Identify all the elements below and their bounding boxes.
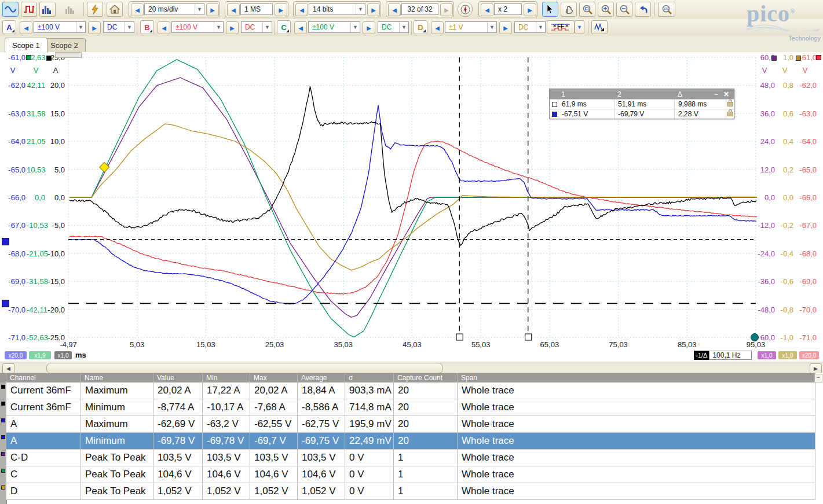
table-cell[interactable]: 1 xyxy=(394,450,458,466)
table-cell[interactable]: Minimum xyxy=(81,399,153,416)
col-header-min[interactable]: Min xyxy=(203,373,250,382)
channel-c-range-select[interactable]: ±100 V▼ xyxy=(308,21,360,33)
home-button[interactable] xyxy=(107,2,123,17)
channel-c-marker[interactable] xyxy=(26,55,31,60)
table-cell[interactable]: 195,9 mV xyxy=(345,416,394,433)
table-cell[interactable]: -63,2 V xyxy=(203,416,250,433)
col-header-span[interactable]: Span xyxy=(458,373,815,382)
tab-scope-2[interactable]: Scope 2 xyxy=(43,38,86,52)
table-cell[interactable]: 20 xyxy=(394,399,458,416)
table-cell[interactable]: D xyxy=(6,483,81,500)
channel-a-range-select[interactable]: ±100 V▼ xyxy=(34,21,86,33)
table-cell[interactable]: A xyxy=(6,433,81,450)
zoom-in-button[interactable] xyxy=(598,2,614,17)
samples-prev-button[interactable]: ◀ xyxy=(227,3,240,16)
channel-c-coupling-select[interactable]: DC▼ xyxy=(378,21,409,33)
table-cell[interactable]: C-D xyxy=(6,450,81,466)
spectrum-mode-button[interactable] xyxy=(39,2,56,17)
col-header-value[interactable]: Value xyxy=(153,373,203,382)
table-cell[interactable]: 103,5 V xyxy=(203,450,250,466)
time-scrollbar[interactable]: ◀ ▶ xyxy=(0,362,823,374)
channel-c-range-prev[interactable]: ◀ xyxy=(294,21,307,34)
channel-c-range-next[interactable]: ▶ xyxy=(363,21,375,34)
table-cell[interactable]: 0 V xyxy=(345,483,394,500)
table-cell[interactable]: -8,586 A xyxy=(298,399,345,416)
persistence-mode-button[interactable] xyxy=(21,2,37,17)
buffer-prev-button[interactable]: ◀ xyxy=(388,3,401,16)
resolution-prev-button[interactable]: ◀ xyxy=(295,3,308,16)
table-cell[interactable]: -62,75 V xyxy=(298,416,345,433)
table-cell[interactable]: 20 xyxy=(394,382,458,399)
digital-channels-button[interactable]: ✕FF✕ xyxy=(547,20,575,34)
channel-d-range-next[interactable]: ▶ xyxy=(499,21,512,34)
channel-d-coupling-select[interactable]: DC▼ xyxy=(514,21,546,33)
channel-cd-bottom-marker[interactable] xyxy=(751,333,759,341)
table-cell[interactable]: Whole trace xyxy=(458,483,815,500)
lock-icon[interactable] xyxy=(727,102,733,106)
resolution-select[interactable]: 14 bits ▼ xyxy=(309,3,365,15)
digital-channels-dropdown[interactable]: ▼ xyxy=(575,20,584,34)
samples-next-button[interactable]: ▶ xyxy=(275,3,287,16)
table-cell[interactable]: 18,84 A xyxy=(298,382,345,399)
selection-tool-button[interactable] xyxy=(542,2,558,17)
table-cell[interactable]: Maximum xyxy=(81,416,153,433)
channel-current-marker[interactable] xyxy=(46,56,52,61)
zoom-out-button[interactable] xyxy=(616,2,632,17)
table-cell[interactable]: -8,774 A xyxy=(153,399,203,416)
table-cell[interactable]: Whole trace xyxy=(458,382,815,399)
table-cell[interactable]: Maximum xyxy=(81,382,153,399)
table-cell[interactable]: 20,02 A xyxy=(153,382,203,399)
table-cell[interactable]: Current 36mF xyxy=(6,399,81,416)
table-cell[interactable]: 20,02 A xyxy=(250,382,298,399)
table-cell[interactable]: -10,17 A xyxy=(203,399,250,416)
zoom-level[interactable]: x 2 xyxy=(494,3,522,15)
table-cell[interactable]: -62,55 V xyxy=(250,416,298,433)
pan-tool-button[interactable] xyxy=(561,2,577,17)
table-cell[interactable]: 103,5 V xyxy=(153,450,203,466)
table-scroll-top[interactable]: − xyxy=(814,374,822,382)
window-zoom-button[interactable] xyxy=(579,2,595,17)
table-cell[interactable]: 0 V xyxy=(345,466,394,483)
trigger-tools-button[interactable] xyxy=(87,2,103,17)
channel-d-range-select[interactable]: ±1 V▼ xyxy=(445,21,497,33)
table-cell[interactable]: A xyxy=(6,416,81,433)
table-cell[interactable]: -69,75 V xyxy=(298,433,345,450)
table-cell[interactable]: 1,052 V xyxy=(250,483,298,500)
table-cell[interactable]: 1 xyxy=(394,483,458,500)
col-header-channel[interactable]: Channel xyxy=(6,373,81,382)
channel-d-range-prev[interactable]: ◀ xyxy=(431,21,444,34)
channel-b-options-button[interactable]: B xyxy=(140,20,154,34)
channel-c-options-button[interactable]: C xyxy=(277,20,291,34)
table-cell[interactable]: 1,052 V xyxy=(153,483,203,500)
table-cell[interactable]: 714,8 mA xyxy=(345,399,394,416)
channel-a-coupling-select[interactable]: DC▼ xyxy=(103,21,134,33)
tab-scope-1[interactable]: Scope 1 xyxy=(5,38,47,53)
scroll-left-button[interactable]: ◀ xyxy=(2,363,14,374)
table-cell[interactable]: Peak To Peak xyxy=(81,466,153,483)
time-ruler-handle-2[interactable] xyxy=(456,334,463,340)
channel-d-options-button[interactable]: D xyxy=(414,20,427,34)
zoom-100-button[interactable]: 100 xyxy=(658,2,675,17)
ruler-dock[interactable] xyxy=(55,52,82,58)
timebase-prev-button[interactable]: ◀ xyxy=(131,3,144,16)
channel-b-range-prev[interactable]: ◀ xyxy=(158,21,170,34)
zoom-prev-button[interactable]: ◀ xyxy=(481,3,493,16)
channel-b-marker[interactable] xyxy=(816,55,821,60)
table-cell[interactable]: 22,49 mV xyxy=(345,433,394,450)
table-cell[interactable]: 104,6 V xyxy=(298,466,345,483)
table-cell[interactable]: -69,7 V xyxy=(250,433,298,450)
table-cell[interactable]: -7,68 A xyxy=(250,399,298,416)
scroll-right-button[interactable]: ▶ xyxy=(810,363,822,374)
table-cell[interactable]: 1,052 V xyxy=(298,483,345,500)
col-header-capture-count[interactable]: Capture Count xyxy=(394,373,458,382)
level-ruler-handle-2[interactable] xyxy=(2,300,9,307)
table-cell[interactable]: 0 V xyxy=(345,450,394,466)
signals-button[interactable] xyxy=(591,20,608,34)
samples-select[interactable]: 1 MS xyxy=(240,3,273,15)
table-cell[interactable]: 104,6 V xyxy=(250,466,298,483)
table-cell[interactable]: Whole trace xyxy=(458,466,815,483)
col-header-σ[interactable]: σ xyxy=(345,373,394,382)
table-cell[interactable]: Whole trace xyxy=(458,399,815,416)
table-cell[interactable]: Current 36mF xyxy=(6,382,81,399)
timebase-select[interactable]: 20 ms/div ▼ xyxy=(144,3,204,15)
